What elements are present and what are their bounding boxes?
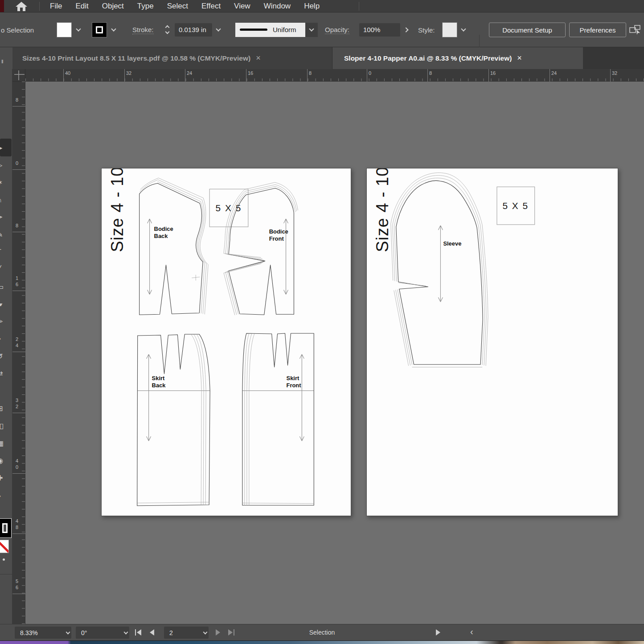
toolbar-more-dot-icon[interactable] bbox=[3, 558, 5, 561]
app-logo-icon[interactable] bbox=[0, 0, 4, 12]
last-icon bbox=[228, 629, 233, 636]
artboard-sloper-a0[interactable]: Size 4 - 10 5 X 5 bbox=[366, 168, 618, 516]
menu-select[interactable]: Select bbox=[167, 2, 188, 11]
free-transform-tool-icon[interactable]: ⊞ bbox=[0, 402, 12, 415]
control-bar: o Selection Stroke: 0.0139 in Uniform Op… bbox=[0, 12, 644, 47]
scale-tool-icon[interactable]: ⇄ bbox=[0, 367, 12, 381]
stroke-color-swatch[interactable] bbox=[92, 22, 107, 37]
vertical-ruler[interactable]: 8 0 8 16 24 32 40 48 56 bbox=[12, 82, 25, 624]
fill-none-swatch[interactable] bbox=[0, 540, 9, 553]
blend-tool-icon[interactable]: ◒ bbox=[0, 489, 12, 502]
collapse-left-icon[interactable]: ‹ bbox=[470, 627, 473, 637]
ruler-label: 16 bbox=[248, 70, 253, 76]
stroke-weight-dropdown[interactable] bbox=[213, 22, 224, 37]
magic-wand-tool-icon[interactable]: ✶ bbox=[0, 176, 12, 189]
opacity-label[interactable]: Opacity: bbox=[325, 25, 349, 34]
curvature-tool-icon[interactable]: ✎ bbox=[0, 228, 12, 242]
svg-text:Back: Back bbox=[152, 382, 166, 389]
style-dropdown[interactable] bbox=[458, 22, 469, 37]
document-setup-button[interactable]: Document Setup bbox=[489, 22, 566, 37]
artboard-print-layout[interactable]: Size 4 - 10 5 X 5 Bodice Back bbox=[101, 168, 351, 516]
horizontal-ruler[interactable]: 40 32 24 16 8 0 8 16 24 32 bbox=[25, 69, 644, 82]
rotation-select[interactable]: 0° bbox=[76, 627, 129, 639]
collapse-panel-icon[interactable]: ‖ bbox=[1, 59, 4, 64]
shape-builder-tool-icon[interactable]: ◧ bbox=[0, 419, 12, 433]
fill-color-swatch[interactable] bbox=[57, 22, 72, 37]
shaper-tool-icon[interactable]: ◔ bbox=[0, 332, 12, 346]
menu-edit[interactable]: Edit bbox=[75, 2, 88, 11]
chevron-right-icon bbox=[403, 27, 408, 32]
tab-title: Sizes 4-10 Print Layout 8.5 X 11 layers.… bbox=[22, 54, 250, 62]
spinner-up-icon bbox=[165, 25, 169, 30]
svg-text:Back: Back bbox=[154, 233, 168, 239]
lasso-tool-icon[interactable]: ∩ bbox=[0, 193, 12, 207]
next-artboard-button[interactable] bbox=[216, 629, 220, 636]
bodice-front-piece: Bodice Front bbox=[224, 182, 298, 315]
ruler-label: 24 bbox=[551, 70, 557, 76]
stroke-weight-stepper[interactable] bbox=[163, 23, 171, 37]
sleeve-piece: Sleeve bbox=[391, 173, 488, 367]
menu-window[interactable]: Window bbox=[264, 2, 291, 11]
svg-text:Skirt: Skirt bbox=[287, 375, 299, 381]
menu-help[interactable]: Help bbox=[304, 2, 320, 11]
opacity-input[interactable]: 100% bbox=[359, 23, 400, 37]
rotate-tool-icon[interactable]: ↺ bbox=[0, 350, 12, 363]
ruler-origin-corner[interactable] bbox=[12, 69, 25, 82]
menu-bar: File Edit Object Type Select Effect View… bbox=[0, 0, 644, 12]
zoom-level-select[interactable]: 8.33% bbox=[15, 627, 71, 639]
arrange-documents-icon[interactable] bbox=[628, 24, 642, 36]
document-tab-bar: Sizes 4-10 Print Layout 8.5 X 11 layers.… bbox=[0, 47, 644, 69]
width-profile-select[interactable]: Uniform bbox=[235, 23, 305, 37]
svg-text:5 X 5: 5 X 5 bbox=[502, 201, 529, 211]
ruler-label: 24 bbox=[14, 336, 20, 349]
stroke-weight-label[interactable]: Stroke: bbox=[132, 25, 154, 34]
status-options-button[interactable] bbox=[436, 629, 440, 636]
play-icon bbox=[436, 629, 440, 636]
artboard-number-select[interactable]: 2 bbox=[164, 627, 209, 639]
rectangle-tool-icon[interactable]: ▭ bbox=[0, 280, 12, 294]
menu-file[interactable]: File bbox=[50, 2, 62, 11]
paintbrush-tool-icon[interactable]: ▰ bbox=[0, 298, 12, 311]
last-artboard-button[interactable] bbox=[228, 629, 234, 636]
pencil-tool-icon[interactable]: ✏ bbox=[0, 315, 12, 328]
illustrator-window: File Edit Object Type Select Effect View… bbox=[0, 0, 644, 644]
preferences-button[interactable]: Preferences bbox=[569, 22, 626, 37]
svg-text:Bodice: Bodice bbox=[269, 228, 288, 235]
chevron-down-icon bbox=[461, 26, 466, 31]
type-tool-icon[interactable]: T bbox=[0, 246, 12, 259]
stroke-weight-input[interactable]: 0.0139 in bbox=[175, 23, 212, 37]
pen-tool-icon[interactable]: ✒ bbox=[0, 211, 12, 224]
fill-color-dropdown[interactable] bbox=[73, 22, 84, 37]
direct-selection-tool-icon[interactable]: ▷ bbox=[0, 159, 12, 172]
svg-text:Skirt: Skirt bbox=[152, 375, 165, 381]
menubar-separator bbox=[359, 2, 359, 11]
menu-type[interactable]: Type bbox=[137, 2, 154, 11]
tab-sizes-print-layout[interactable]: Sizes 4-10 Print Layout 8.5 X 11 layers.… bbox=[12, 47, 332, 69]
ruler-label: 32 bbox=[612, 70, 617, 76]
mesh-tool-icon[interactable]: ▦ bbox=[0, 437, 12, 450]
width-tool-icon[interactable]: ∥ bbox=[0, 385, 12, 398]
close-icon[interactable]: × bbox=[256, 53, 261, 63]
close-icon[interactable]: × bbox=[517, 53, 522, 63]
menu-view[interactable]: View bbox=[234, 2, 250, 11]
stroke-color-dropdown[interactable] bbox=[108, 22, 119, 37]
line-segment-tool-icon[interactable]: ╱ bbox=[0, 263, 12, 276]
gradient-tool-icon[interactable]: ◉ bbox=[0, 454, 12, 468]
menu-object[interactable]: Object bbox=[102, 2, 124, 11]
tab-sloper-a0[interactable]: Sloper 4-10 Papper A0.ai @ 8.33 % (CMYK/… bbox=[332, 47, 583, 69]
canvas-area[interactable]: Size 4 - 10 5 X 5 Bodice Back bbox=[25, 82, 644, 624]
width-profile-dropdown[interactable] bbox=[305, 23, 318, 37]
first-artboard-button[interactable] bbox=[135, 629, 141, 636]
menu-effect[interactable]: Effect bbox=[201, 2, 221, 11]
eyedropper-tool-icon[interactable]: ✚ bbox=[0, 472, 12, 485]
stroke-proxy-swatch[interactable] bbox=[0, 518, 12, 538]
opacity-expand-button[interactable] bbox=[401, 22, 412, 37]
svg-text:Front: Front bbox=[269, 235, 284, 242]
first-icon bbox=[137, 629, 141, 636]
previous-artboard-button[interactable] bbox=[150, 629, 154, 636]
selection-tool-icon[interactable]: ▶ bbox=[0, 141, 12, 155]
style-swatch[interactable] bbox=[442, 22, 457, 37]
toolbar-divider bbox=[0, 574, 12, 574]
chevron-down-icon bbox=[216, 26, 221, 31]
home-icon[interactable] bbox=[15, 1, 28, 12]
